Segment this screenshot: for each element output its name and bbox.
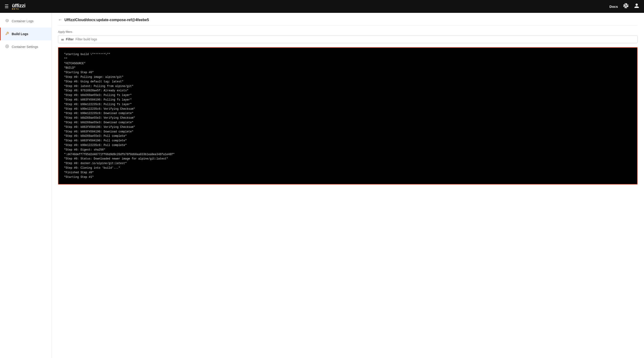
main-content: ← UffizziCloud/docs:update-compose-ref@4… [52, 13, 644, 358]
logo-beta: BETA [12, 8, 19, 10]
filter-input[interactable] [76, 38, 634, 41]
hamburger-icon[interactable]: ☰ [4, 4, 9, 9]
filter-text: Filter [66, 38, 74, 41]
wrench-icon [5, 32, 9, 36]
logo: ūffizzi BETA [12, 3, 26, 10]
log-terminal[interactable]: "starting build \"*******\"" "" "FETCHSO… [58, 47, 638, 185]
cube-icon [5, 19, 9, 24]
sidebar-item-container-settings-label: Container Settings [12, 45, 38, 49]
sidebar-item-build-logs-label: Build Logs [12, 32, 28, 36]
user-icon[interactable] [634, 3, 640, 10]
sidebar-item-container-logs-label: Container Logs [12, 19, 34, 23]
topnav: ☰ ūffizzi BETA Docs [0, 0, 644, 13]
docs-link[interactable]: Docs [609, 5, 618, 9]
topnav-left: ☰ ūffizzi BETA [4, 3, 26, 10]
filter-label: Apply filters [58, 30, 638, 34]
filter-funnel-icon: ⚌ [61, 38, 64, 41]
slack-icon[interactable] [623, 3, 628, 10]
sidebar: Container Logs Build Logs Container Sett… [0, 13, 52, 358]
gear-icon [5, 45, 9, 49]
sidebar-item-container-settings[interactable]: Container Settings [0, 40, 51, 53]
svg-point-1 [7, 46, 8, 47]
back-arrow-icon[interactable]: ← [58, 18, 62, 22]
sidebar-item-container-logs[interactable]: Container Logs [0, 15, 51, 28]
layout: Container Logs Build Logs Container Sett… [0, 13, 644, 358]
topnav-right: Docs [609, 3, 640, 10]
sidebar-item-build-logs[interactable]: Build Logs [0, 28, 51, 40]
filter-bar[interactable]: ⚌ Filter [58, 35, 638, 43]
breadcrumb-title: UffizziCloud/docs:update-compose-ref@4fe… [64, 18, 149, 22]
breadcrumb-row: ← UffizziCloud/docs:update-compose-ref@4… [58, 18, 638, 26]
